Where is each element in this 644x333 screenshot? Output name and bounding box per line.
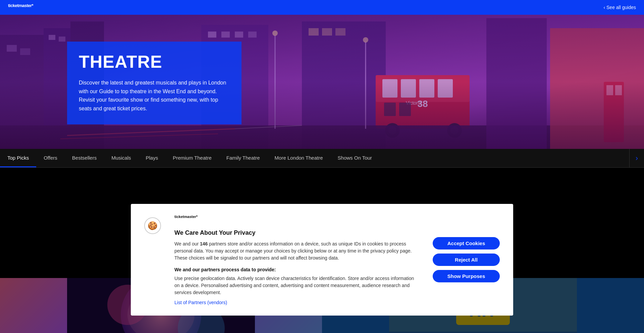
nav-item-more-london-theatre[interactable]: More London Theatre (267, 149, 330, 167)
nav-item-family-theatre[interactable]: Family Theatre (219, 149, 267, 167)
cookie-actions: Accept Cookies Reject All Show Purposes (433, 237, 500, 282)
cookie-partners-count: 146 (200, 241, 208, 246)
cookie-logo: ticketmaster* (174, 214, 419, 223)
nav-item-shows-on-tour[interactable]: Shows On Tour (330, 149, 379, 167)
nav-item-top-picks[interactable]: Top Picks (0, 149, 36, 167)
cookie-icon-wrapper: 🍪 (144, 214, 161, 234)
logo-text: ticketmaster (8, 3, 32, 8)
reject-all-button[interactable]: Reject All (433, 254, 500, 266)
hero-section: 38 Victoria (0, 15, 644, 149)
nav-item-plays[interactable]: Plays (139, 149, 166, 167)
nav-item-musicals[interactable]: Musicals (104, 149, 138, 167)
cookie-overlay: 🍪 ticketmaster* We Care About Your Priva… (0, 168, 644, 333)
hero-description: Discover the latest and greatest musical… (79, 78, 230, 113)
nav-item-offers[interactable]: Offers (36, 149, 65, 167)
nav-item-bestsellers[interactable]: Bestsellers (65, 149, 104, 167)
cookie-text-content: ticketmaster* We Care About Your Privacy… (174, 214, 419, 306)
site-header: ticketmaster* ‹ See all guides (0, 0, 644, 15)
header-logo: ticketmaster* (8, 3, 33, 12)
see-all-guides-link[interactable]: ‹ See all guides (603, 5, 636, 10)
show-purposes-button[interactable]: Show Purposes (433, 270, 500, 282)
cookie-subtitle: We and our partners process data to prov… (174, 267, 419, 272)
logo-tm: * (32, 3, 34, 8)
page-title: THEATRE (79, 52, 230, 72)
cookie-vendors-link[interactable]: List of Partners (vendors) (174, 300, 227, 305)
cookie-purposes-text: Use precise geolocation data. Actively s… (174, 275, 419, 296)
nav-item-premium-theatre[interactable]: Premium Theatre (165, 149, 219, 167)
accept-cookies-button[interactable]: Accept Cookies (433, 237, 500, 249)
nav-items-container: Top Picks Offers Bestsellers Musicals Pl… (0, 149, 629, 167)
cookie-banner: 🍪 ticketmaster* We Care About Your Priva… (131, 204, 513, 316)
cookie-icon: 🍪 (144, 217, 161, 234)
nav-arrow-right[interactable]: › (629, 149, 644, 167)
main-content: HIT Daily Express 'HIT!' 🍪 ticketmaster*… (0, 168, 644, 333)
cookie-body-text: We and our 146 partners store and/or acc… (174, 240, 419, 262)
hero-content-box: THEATRE Discover the latest and greatest… (67, 42, 241, 124)
category-nav: Top Picks Offers Bestsellers Musicals Pl… (0, 149, 644, 168)
see-all-guides-label: ‹ See all guides (603, 5, 636, 10)
cookie-title: We Care About Your Privacy (174, 229, 419, 236)
